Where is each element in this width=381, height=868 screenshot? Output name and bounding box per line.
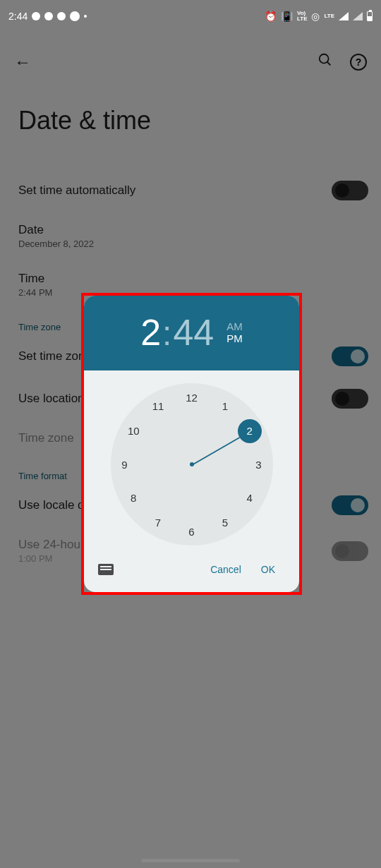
notification-icon: [44, 12, 53, 20]
clock-number-11[interactable]: 11: [149, 397, 167, 416]
dialog-header: 2 : 44 AM PM: [84, 296, 299, 370]
lte-label: LTE: [324, 13, 334, 19]
volte-icon: Vo)LTE: [297, 11, 308, 22]
clock-number-1[interactable]: 1: [216, 397, 234, 416]
notification-icon: [70, 11, 80, 21]
clock-number-6[interactable]: 6: [183, 522, 201, 541]
ok-button[interactable]: OK: [251, 558, 285, 581]
clock-number-8[interactable]: 8: [124, 489, 143, 507]
clock-number-3[interactable]: 3: [250, 455, 268, 474]
clock-selected-hour[interactable]: 2: [238, 419, 262, 443]
battery-icon: [367, 11, 373, 21]
clock-number-10[interactable]: 10: [124, 422, 143, 440]
keyboard-icon[interactable]: [98, 564, 114, 575]
clock-hand: [191, 437, 240, 466]
alarm-icon: ⏰: [265, 11, 277, 22]
clock-number-5[interactable]: 5: [216, 513, 234, 531]
notification-more-icon: [84, 15, 87, 18]
nav-handle[interactable]: [141, 859, 240, 862]
vibrate-icon: 📳: [281, 11, 293, 22]
time-colon: :: [162, 314, 171, 353]
signal-icon-2: [353, 12, 363, 20]
hour-display[interactable]: 2: [140, 311, 161, 354]
highlight-frame: 2 : 44 AM PM 121234567891011 Cancel OK: [81, 293, 302, 595]
statusbar-time: 2:44: [8, 11, 28, 22]
clock-number-9[interactable]: 9: [116, 455, 134, 474]
signal-icon: [339, 12, 349, 20]
minute-display[interactable]: 44: [173, 311, 214, 354]
pm-toggle[interactable]: PM: [226, 332, 243, 344]
hotspot-icon: ◎: [311, 11, 320, 22]
clock-number-4[interactable]: 4: [241, 489, 259, 507]
clock-number-7[interactable]: 7: [149, 513, 167, 531]
clock-face[interactable]: 121234567891011: [111, 383, 273, 545]
status-bar: 2:44 ⏰ 📳 Vo)LTE ◎ LTE: [0, 0, 381, 32]
notification-icon: [32, 12, 40, 20]
notification-icon: [57, 12, 66, 20]
am-toggle[interactable]: AM: [226, 320, 243, 332]
clock-number-12[interactable]: 12: [183, 388, 201, 406]
cancel-button[interactable]: Cancel: [200, 558, 251, 581]
time-picker-dialog: 2 : 44 AM PM 121234567891011 Cancel OK: [84, 296, 299, 592]
